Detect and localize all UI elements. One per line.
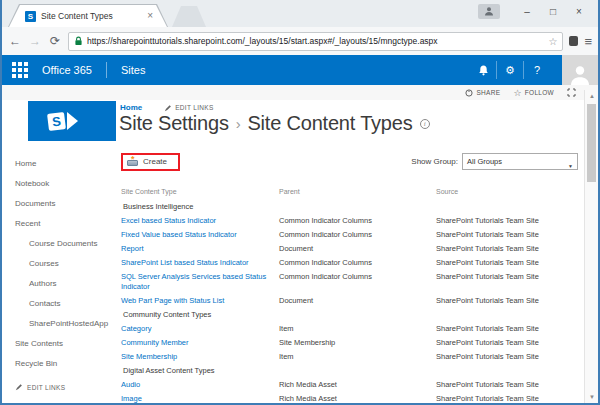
source-value: SharePoint Tutorials Team Site: [436, 214, 578, 228]
office365-brand[interactable]: Office 365: [42, 64, 92, 76]
source-value: SharePoint Tutorials Team Site: [436, 294, 578, 308]
breadcrumb: Home EDIT LINKS: [120, 103, 214, 112]
main-panel: * Create Show Group: All Groups ▼ Site C…: [121, 153, 578, 403]
sidebar-item-course-documents[interactable]: Course Documents: [15, 234, 117, 254]
sharepoint-logo-letter: S: [47, 112, 66, 131]
content-type-link-image[interactable]: Image: [121, 392, 279, 403]
scrollbar-thumb[interactable]: [587, 104, 596, 182]
help-icon[interactable]: ?: [524, 61, 550, 79]
title-site-content-types: Site Content Types: [247, 112, 412, 135]
scroll-down-icon[interactable]: ▼: [585, 391, 599, 403]
parent-value: Document: [279, 294, 436, 308]
minimize-button[interactable]: –: [514, 2, 540, 20]
app-launcher-icon[interactable]: [12, 62, 28, 78]
browser-tab[interactable]: S Site Content Types ×: [8, 4, 168, 27]
content-type-link-web-part-page-with-status-list[interactable]: Web Part Page with Status List: [121, 294, 279, 308]
back-icon[interactable]: ←: [8, 34, 22, 48]
dropdown-arrow-icon: ▼: [568, 159, 573, 174]
browser-menu-icon[interactable]: ≡: [584, 34, 592, 49]
focus-icon: [567, 88, 576, 97]
source-value: SharePoint Tutorials Team Site: [436, 256, 578, 270]
settings-gear-icon[interactable]: ⚙: [497, 61, 523, 79]
content-type-link-category[interactable]: Category: [121, 322, 279, 336]
suitebar-divider: [106, 62, 107, 78]
sharepoint-logo[interactable]: S: [28, 101, 116, 141]
content-type-link-report[interactable]: Report: [121, 242, 279, 256]
tab-title: Site Content Types: [41, 11, 142, 21]
show-group-label: Show Group:: [411, 157, 458, 166]
parent-value: Common Indicator Columns: [279, 214, 436, 228]
follow-button[interactable]: ☆ FOLLOW: [513, 88, 554, 98]
create-button-highlight[interactable]: * Create: [121, 153, 180, 171]
create-button-label: Create: [143, 157, 167, 166]
sidebar-item-recycle-bin[interactable]: Recycle Bin: [15, 354, 117, 374]
sidebar-item-authors[interactable]: Authors: [15, 274, 117, 294]
page-title: Site Settings › Site Content Types i: [119, 112, 430, 135]
quick-launch-sidebar: HomeNotebookDocumentsRecentCourse Docume…: [15, 154, 117, 391]
share-button[interactable]: SHARE: [465, 89, 500, 97]
table-row: ImageRich Media AssetSharePoint Tutorial…: [121, 392, 578, 403]
edit-links-sidebar[interactable]: EDIT LINKS: [15, 383, 117, 391]
browser-window: S Site Content Types × – □ × ← → ⟳: [0, 0, 600, 405]
content-type-link-sharepoint-list-based-status-indicator[interactable]: SharePoint List based Status Indicator: [121, 256, 279, 270]
table-row: Community MemberSite MembershipSharePoin…: [121, 336, 578, 350]
column-header-source: Source: [436, 183, 578, 200]
content-type-link-excel-based-status-indicator[interactable]: Excel based Status Indicator: [121, 214, 279, 228]
content-type-link-sql-server-analysis-services-based-status-indicator[interactable]: SQL Server Analysis Services based Statu…: [121, 270, 279, 294]
content-type-link-site-membership[interactable]: Site Membership: [121, 350, 279, 364]
sidebar-item-home[interactable]: Home: [15, 154, 117, 174]
sidebar-item-notebook[interactable]: Notebook: [15, 174, 117, 194]
source-value: SharePoint Tutorials Team Site: [436, 350, 578, 364]
parent-value: Common Indicator Columns: [279, 270, 436, 294]
table-row: Site MembershipItemSharePoint Tutorials …: [121, 350, 578, 364]
content-type-link-community-member[interactable]: Community Member: [121, 336, 279, 350]
sidebar-item-site-contents[interactable]: Site Contents: [15, 334, 117, 354]
browser-toolbar: ← → ⟳ https://sharepointtutorials.sharep…: [2, 27, 598, 55]
info-icon[interactable]: i: [420, 119, 430, 129]
reload-icon[interactable]: ⟳: [48, 34, 62, 48]
source-value: SharePoint Tutorials Team Site: [436, 336, 578, 350]
vertical-scrollbar[interactable]: ▲ ▼: [584, 90, 598, 403]
focus-mode-button[interactable]: [567, 88, 576, 97]
maximize-button[interactable]: □: [540, 2, 566, 20]
sidebar-item-contacts[interactable]: Contacts: [15, 294, 117, 314]
sidebar-item-sharepointhostedapp[interactable]: SharePointHostedApp: [15, 314, 117, 334]
breadcrumb-home-link[interactable]: Home: [120, 103, 142, 112]
office365-suitebar: Office 365 Sites ⚙ ?: [2, 55, 598, 85]
sidebar-item-documents[interactable]: Documents: [15, 194, 117, 214]
user-avatar[interactable]: [562, 55, 598, 85]
source-value: SharePoint Tutorials Team Site: [436, 228, 578, 242]
source-value: SharePoint Tutorials Team Site: [436, 378, 578, 392]
forward-icon[interactable]: →: [28, 34, 42, 48]
parent-value: Rich Media Asset: [279, 392, 436, 403]
url-text: https://sharepointtutorials.sharepoint.c…: [87, 36, 544, 46]
new-tab-button[interactable]: [172, 6, 206, 27]
parent-value: Rich Media Asset: [279, 378, 436, 392]
person-silhouette-icon: [569, 64, 591, 85]
notifications-bell-icon[interactable]: [470, 61, 496, 79]
content-type-link-fixed-value-based-status-indicator[interactable]: Fixed Value based Status Indicator: [121, 228, 279, 242]
table-row: CategoryItemSharePoint Tutorials Team Si…: [121, 322, 578, 336]
extension-icon[interactable]: [569, 36, 578, 46]
content-type-link-audio[interactable]: Audio: [121, 378, 279, 392]
sites-link[interactable]: Sites: [121, 64, 145, 76]
create-icon: *: [127, 157, 139, 166]
browser-profile-button[interactable]: [478, 4, 500, 19]
parent-value: Common Indicator Columns: [279, 228, 436, 242]
sharepoint-favicon: S: [25, 11, 36, 22]
parent-value: Item: [279, 350, 436, 364]
sharepoint-logo-arrow-icon: [67, 112, 78, 130]
pencil-icon: [15, 383, 23, 391]
show-group-select[interactable]: All Groups ▼: [462, 153, 578, 170]
scroll-up-icon[interactable]: ▲: [585, 90, 599, 102]
sidebar-item-courses[interactable]: Courses: [15, 254, 117, 274]
edit-links-top[interactable]: EDIT LINKS: [164, 104, 213, 112]
source-value: SharePoint Tutorials Team Site: [436, 242, 578, 256]
sidebar-item-recent[interactable]: Recent: [15, 214, 117, 234]
title-site-settings[interactable]: Site Settings: [119, 112, 229, 135]
address-bar[interactable]: https://sharepointtutorials.sharepoint.c…: [68, 32, 563, 51]
source-value: SharePoint Tutorials Team Site: [436, 270, 578, 294]
tab-close-icon[interactable]: ×: [147, 11, 153, 21]
bookmark-star-icon[interactable]: ☆: [548, 36, 557, 47]
close-button[interactable]: ×: [566, 2, 592, 20]
